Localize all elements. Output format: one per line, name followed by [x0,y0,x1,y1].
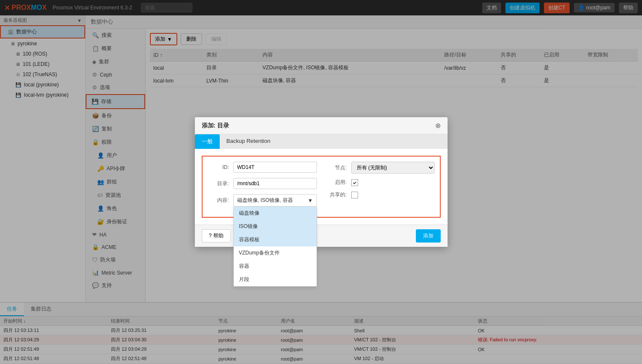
id-label: ID: [208,164,233,170]
dropdown-item-container[interactable]: 容器 [234,260,317,273]
help-icon: ? [209,233,212,239]
dialog-tab-backup[interactable]: Backup Retention [220,134,278,149]
dialog-footer: ? 帮助 添加 [195,225,448,247]
dropdown-item-iso[interactable]: ISO镜像 [234,220,317,233]
form-row-dir: 目录: [208,178,317,189]
content-select[interactable]: 磁盘映像, ISO镜像, 容器 ▼ [233,194,317,207]
enable-label: 启用: [325,179,351,186]
content-select-wrapper: 磁盘映像, ISO镜像, 容器 ▼ 磁盘映像 ISO镜像 容器模板 VZDump… [233,194,317,207]
form-row-shared: 共享的: [325,191,435,198]
dialog-overlay: 添加: 目录 ⊗ 一般 Backup Retention ID: 目录 [0,0,642,364]
node-select[interactable]: 所有 (无限制) [351,162,435,174]
dropdown-item-ct-template[interactable]: 容器模板 [234,233,317,246]
add-directory-dialog: 添加: 目录 ⊗ 一般 Backup Retention ID: 目录 [195,117,448,247]
shared-checkbox[interactable] [351,192,358,198]
form-row-content: 内容: 磁盘映像, ISO镜像, 容器 ▼ 磁盘映像 ISO镜像 [208,194,317,207]
help-button-dialog[interactable]: ? 帮助 [202,229,231,243]
form-two-col: ID: 目录: 内容: 磁盘映像, ISO镜像, 容器 [208,162,435,212]
dialog-title: 添加: 目录 [202,122,230,130]
dir-label: 目录: [208,180,233,187]
id-input[interactable] [233,162,317,173]
form-row-id: ID: [208,162,317,173]
close-button[interactable]: ⊗ [435,121,441,130]
node-label: 节点: [325,164,351,172]
footer-right-buttons: 添加 [416,229,441,243]
shared-label: 共享的: [325,191,351,198]
form-left-col: ID: 目录: 内容: 磁盘映像, ISO镜像, 容器 [208,162,317,212]
dialog-header: 添加: 目录 ⊗ [195,117,448,134]
dropdown-item-vzdump[interactable]: VZDump备份文件 [234,246,317,260]
select-arrow-icon: ▼ [308,198,313,204]
form-right-col: 节点: 所有 (无限制) 启用: 共享的: [325,162,435,212]
dir-input[interactable] [233,178,317,189]
dialog-tab-general[interactable]: 一般 [195,134,220,149]
form-container: ID: 目录: 内容: 磁盘映像, ISO镜像, 容器 [202,156,441,218]
enable-checkbox[interactable] [351,179,358,186]
dialog-tabs: 一般 Backup Retention [195,134,448,149]
form-row-enable: 启用: [325,179,435,186]
dialog-add-button[interactable]: 添加 [416,229,441,243]
dropdown-item-disk[interactable]: 磁盘映像 [234,207,317,220]
dropdown-item-snippets[interactable]: 片段 [234,273,317,286]
content-dropdown: 磁盘映像 ISO镜像 容器模板 VZDump备份文件 容器 片段 [233,207,317,287]
form-row-node: 节点: 所有 (无限制) [325,162,435,174]
dialog-body: ID: 目录: 内容: 磁盘映像, ISO镜像, 容器 [195,149,448,225]
content-label: 内容: [208,197,233,204]
